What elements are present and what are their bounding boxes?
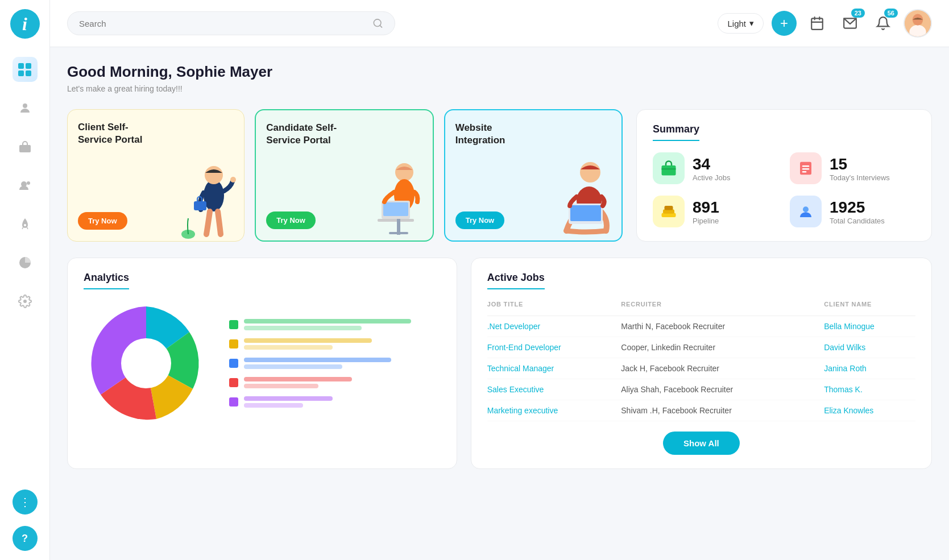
legend-bar-5a	[244, 396, 333, 401]
svg-point-16	[230, 177, 236, 182]
table-row: Marketing executive Shivam .H, Facebook …	[487, 400, 915, 421]
recruiter-cell: Shivam .H, Facebook Recruiter	[621, 400, 824, 421]
legend-bar-4b	[244, 384, 318, 388]
try-now-button-client[interactable]: Try Now	[78, 212, 127, 230]
client-self-service-card[interactable]: Client Self-Service Portal Try Now	[67, 109, 244, 242]
candidate-self-service-card[interactable]: Candidate Self-Service Portal Try Now	[255, 109, 433, 242]
rocket-icon	[18, 217, 32, 231]
summary-item-pipeline: 891 Pipeline	[653, 196, 778, 227]
sidebar-bottom: ⋮ ?	[13, 490, 38, 551]
summary-item-interviews: 15 Today's Interviews	[790, 152, 915, 184]
client-cell[interactable]: Thomas K.	[824, 379, 915, 400]
pipeline-icon-box	[653, 196, 685, 227]
table-row: Sales Executive Aliya Shah, Facebook Rec…	[487, 379, 915, 400]
client-cell[interactable]: David Wilks	[824, 337, 915, 358]
job-title-cell[interactable]: Front-End Developer	[487, 337, 621, 358]
sidebar-more-button[interactable]: ⋮	[13, 490, 38, 515]
sidebar-item-contact[interactable]	[13, 173, 38, 198]
candidates-label: Total Candidates	[830, 217, 885, 225]
sidebar-item-settings[interactable]	[13, 289, 38, 314]
interviews-label: Today's Interviews	[830, 173, 890, 182]
add-button[interactable]: +	[772, 11, 797, 36]
svg-rect-23	[378, 219, 414, 222]
active-jobs-card: Active Jobs JOB TITLE RECRUITER CLIENT N…	[471, 258, 932, 469]
people-icon	[18, 101, 32, 115]
table-row: Technical Manager Jack H, Facebook Recru…	[487, 358, 915, 379]
sidebar-logo[interactable]: i	[10, 9, 40, 39]
search-input[interactable]	[79, 19, 367, 28]
sidebar-item-pie[interactable]	[13, 250, 38, 275]
try-now-button-candidate[interactable]: Try Now	[266, 211, 316, 229]
more-dots-icon: ⋮	[19, 495, 31, 509]
svg-rect-17	[194, 201, 206, 210]
header-actions: Light ▾ + 23	[718, 9, 932, 38]
sidebar-item-rocket[interactable]	[13, 211, 38, 237]
theme-toggle[interactable]: Light ▾	[718, 13, 764, 34]
job-title-cell[interactable]: Technical Manager	[487, 358, 621, 379]
sidebar-item-dashboard[interactable]	[13, 57, 38, 82]
col-recruiter: RECRUITER	[621, 301, 824, 316]
pie-chart	[84, 301, 209, 426]
job-title-cell[interactable]: Sales Executive	[487, 379, 621, 400]
svg-rect-30	[662, 165, 676, 176]
analytics-card: Analytics	[67, 258, 457, 469]
top-section: Client Self-Service Portal Try Now	[67, 109, 932, 242]
summary-title: Summary	[653, 123, 699, 141]
legend-bars-3	[244, 358, 441, 369]
calendar-button[interactable]	[805, 11, 830, 36]
legend-bar-1a	[244, 319, 411, 323]
mail-button[interactable]: 23	[838, 11, 863, 36]
search-container[interactable]	[67, 11, 395, 35]
legend-list	[229, 319, 441, 408]
calendar-icon	[810, 16, 824, 31]
legend-item-4	[229, 377, 441, 388]
legend-item-1	[229, 319, 441, 330]
contact-icon	[18, 179, 32, 192]
summary-card: Summary 34 Active Jobs	[636, 109, 932, 242]
main-content: Light ▾ + 23	[50, 0, 949, 560]
svg-point-19	[395, 163, 413, 181]
show-all-button[interactable]: Show All	[663, 432, 740, 455]
svg-rect-8	[811, 18, 823, 30]
user-avatar[interactable]	[904, 9, 932, 38]
card-title-website: Website Integration	[455, 122, 535, 147]
client-cell[interactable]: Bella Minogue	[824, 316, 915, 337]
recruiter-cell: Cooper, Linkedin Recruiter	[621, 337, 824, 358]
sidebar-help-button[interactable]: ?	[13, 526, 38, 551]
chevron-down-icon: ▾	[749, 18, 754, 28]
legend-item-3	[229, 358, 441, 369]
svg-point-6	[23, 300, 27, 303]
plus-icon: +	[780, 16, 788, 30]
sidebar: i	[0, 0, 50, 560]
person-illustration-green	[362, 150, 430, 240]
svg-rect-22	[383, 202, 408, 216]
summary-item-candidates: 1925 Total Candidates	[790, 196, 915, 227]
pie-icon	[18, 256, 32, 269]
sidebar-item-people[interactable]	[13, 96, 38, 121]
svg-point-14	[204, 180, 224, 211]
notification-button[interactable]: 56	[871, 11, 896, 36]
svg-rect-25	[389, 232, 408, 234]
recruiter-cell: Jack H, Facebook Recruiter	[621, 358, 824, 379]
job-title-cell[interactable]: .Net Developer	[487, 316, 621, 337]
client-cell[interactable]: Eliza Knowles	[824, 400, 915, 421]
legend-bars-4	[244, 377, 441, 388]
job-title-cell[interactable]: Marketing executive	[487, 400, 621, 421]
try-now-button-website[interactable]: Try Now	[455, 211, 505, 229]
summary-grid: 34 Active Jobs	[653, 152, 915, 227]
interviews-icon-box	[790, 152, 822, 184]
col-job-title: JOB TITLE	[487, 301, 621, 316]
greeting-title: Good Morning, Sophie Mayer	[67, 63, 932, 81]
briefcase-summary-icon	[660, 160, 677, 177]
pipeline-label: Pipeline	[693, 217, 719, 225]
svg-point-3	[27, 181, 30, 185]
active-jobs-value: 34	[693, 155, 730, 173]
svg-point-39	[803, 206, 809, 212]
client-cell[interactable]: Janina Roth	[824, 358, 915, 379]
legend-bar-5b	[244, 403, 303, 408]
sidebar-item-briefcase[interactable]	[13, 134, 38, 159]
greeting: Good Morning, Sophie Mayer Let's make a …	[67, 63, 932, 93]
website-integration-card[interactable]: Website Integration Try Now	[444, 109, 623, 242]
table-row: .Net Developer Marthi N, Facebook Recrui…	[487, 316, 915, 337]
svg-rect-38	[665, 206, 673, 210]
